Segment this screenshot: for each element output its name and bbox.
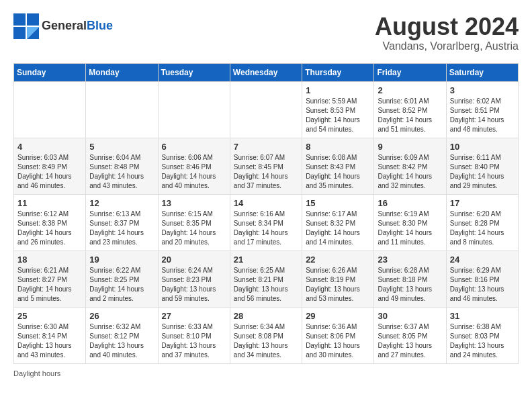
footer-note: Daylight hours bbox=[13, 369, 519, 377]
day-info: Sunrise: 6:19 AM Sunset: 8:30 PM Dayligh… bbox=[378, 210, 442, 247]
day-number: 1 bbox=[306, 85, 370, 95]
day-number: 24 bbox=[450, 255, 515, 265]
calendar-cell: 1Sunrise: 5:59 AM Sunset: 8:53 PM Daylig… bbox=[302, 81, 374, 138]
calendar-cell: 27Sunrise: 6:33 AM Sunset: 8:10 PM Dayli… bbox=[158, 307, 230, 363]
calendar-cell bbox=[158, 81, 230, 138]
col-header-monday: Monday bbox=[86, 63, 158, 81]
svg-rect-1 bbox=[27, 13, 39, 26]
calendar-cell bbox=[230, 81, 302, 138]
logo-icon bbox=[13, 13, 39, 39]
day-number: 17 bbox=[450, 198, 515, 208]
day-info: Sunrise: 6:06 AM Sunset: 8:46 PM Dayligh… bbox=[162, 153, 226, 191]
day-number: 10 bbox=[450, 142, 515, 152]
page-header: GeneralBlue August 2024 Vandans, Vorarlb… bbox=[13, 13, 519, 52]
day-number: 26 bbox=[89, 311, 154, 321]
calendar-cell: 11Sunrise: 6:12 AM Sunset: 8:38 PM Dayli… bbox=[14, 194, 86, 250]
day-number: 18 bbox=[17, 255, 82, 265]
day-number: 14 bbox=[234, 198, 298, 208]
day-info: Sunrise: 6:12 AM Sunset: 8:38 PM Dayligh… bbox=[17, 210, 82, 247]
day-number: 9 bbox=[378, 142, 442, 152]
day-info: Sunrise: 6:21 AM Sunset: 8:27 PM Dayligh… bbox=[17, 266, 82, 304]
day-number: 30 bbox=[378, 311, 442, 321]
day-number: 7 bbox=[234, 142, 298, 152]
day-number: 16 bbox=[378, 198, 442, 208]
calendar-cell: 20Sunrise: 6:24 AM Sunset: 8:23 PM Dayli… bbox=[158, 250, 230, 307]
day-number: 21 bbox=[234, 255, 298, 265]
logo-blue: Blue bbox=[87, 19, 113, 32]
calendar-cell: 30Sunrise: 6:37 AM Sunset: 8:05 PM Dayli… bbox=[374, 307, 446, 363]
day-info: Sunrise: 6:07 AM Sunset: 8:45 PM Dayligh… bbox=[234, 153, 298, 191]
calendar-week-row: 4Sunrise: 6:03 AM Sunset: 8:49 PM Daylig… bbox=[14, 138, 519, 194]
day-info: Sunrise: 6:15 AM Sunset: 8:35 PM Dayligh… bbox=[162, 210, 226, 247]
day-number: 12 bbox=[89, 198, 154, 208]
col-header-saturday: Saturday bbox=[446, 63, 518, 81]
calendar-cell: 13Sunrise: 6:15 AM Sunset: 8:35 PM Dayli… bbox=[158, 194, 230, 250]
col-header-thursday: Thursday bbox=[302, 63, 374, 81]
day-number: 29 bbox=[306, 311, 370, 321]
day-info: Sunrise: 6:33 AM Sunset: 8:10 PM Dayligh… bbox=[162, 322, 226, 360]
day-info: Sunrise: 6:28 AM Sunset: 8:18 PM Dayligh… bbox=[378, 266, 442, 304]
day-info: Sunrise: 6:37 AM Sunset: 8:05 PM Dayligh… bbox=[378, 322, 442, 360]
day-info: Sunrise: 6:20 AM Sunset: 8:28 PM Dayligh… bbox=[450, 210, 515, 247]
calendar-cell bbox=[86, 81, 158, 138]
svg-rect-2 bbox=[13, 27, 26, 39]
calendar-cell: 2Sunrise: 6:01 AM Sunset: 8:52 PM Daylig… bbox=[374, 81, 446, 138]
calendar-cell: 17Sunrise: 6:20 AM Sunset: 8:28 PM Dayli… bbox=[446, 194, 518, 250]
day-info: Sunrise: 6:22 AM Sunset: 8:25 PM Dayligh… bbox=[89, 266, 154, 304]
calendar-cell: 10Sunrise: 6:11 AM Sunset: 8:40 PM Dayli… bbox=[446, 138, 518, 194]
day-info: Sunrise: 6:16 AM Sunset: 8:34 PM Dayligh… bbox=[234, 210, 298, 247]
day-info: Sunrise: 6:30 AM Sunset: 8:14 PM Dayligh… bbox=[17, 322, 82, 360]
day-info: Sunrise: 6:09 AM Sunset: 8:42 PM Dayligh… bbox=[378, 153, 442, 191]
day-info: Sunrise: 6:36 AM Sunset: 8:06 PM Dayligh… bbox=[306, 322, 370, 360]
day-info: Sunrise: 6:29 AM Sunset: 8:16 PM Dayligh… bbox=[450, 266, 515, 304]
day-number: 23 bbox=[378, 255, 442, 265]
day-info: Sunrise: 6:38 AM Sunset: 8:03 PM Dayligh… bbox=[450, 322, 515, 360]
day-number: 15 bbox=[306, 198, 370, 208]
day-number: 20 bbox=[162, 255, 226, 265]
day-info: Sunrise: 6:08 AM Sunset: 8:43 PM Dayligh… bbox=[306, 153, 370, 191]
day-info: Sunrise: 6:17 AM Sunset: 8:32 PM Dayligh… bbox=[306, 210, 370, 247]
calendar-cell: 22Sunrise: 6:26 AM Sunset: 8:19 PM Dayli… bbox=[302, 250, 374, 307]
calendar-cell: 21Sunrise: 6:25 AM Sunset: 8:21 PM Dayli… bbox=[230, 250, 302, 307]
day-info: Sunrise: 6:04 AM Sunset: 8:48 PM Dayligh… bbox=[89, 153, 154, 191]
calendar-week-row: 25Sunrise: 6:30 AM Sunset: 8:14 PM Dayli… bbox=[14, 307, 519, 363]
calendar-cell: 24Sunrise: 6:29 AM Sunset: 8:16 PM Dayli… bbox=[446, 250, 518, 307]
day-info: Sunrise: 6:25 AM Sunset: 8:21 PM Dayligh… bbox=[234, 266, 298, 304]
day-info: Sunrise: 6:34 AM Sunset: 8:08 PM Dayligh… bbox=[234, 322, 298, 360]
calendar-cell: 3Sunrise: 6:02 AM Sunset: 8:51 PM Daylig… bbox=[446, 81, 518, 138]
day-info: Sunrise: 6:11 AM Sunset: 8:40 PM Dayligh… bbox=[450, 153, 515, 191]
col-header-sunday: Sunday bbox=[14, 63, 86, 81]
day-number: 5 bbox=[89, 142, 154, 152]
day-number: 6 bbox=[162, 142, 226, 152]
day-info: Sunrise: 6:26 AM Sunset: 8:19 PM Dayligh… bbox=[306, 266, 370, 304]
col-header-wednesday: Wednesday bbox=[230, 63, 302, 81]
day-info: Sunrise: 6:03 AM Sunset: 8:49 PM Dayligh… bbox=[17, 153, 82, 191]
day-number: 8 bbox=[306, 142, 370, 152]
day-info: Sunrise: 6:02 AM Sunset: 8:51 PM Dayligh… bbox=[450, 97, 515, 134]
logo: GeneralBlue bbox=[13, 13, 113, 39]
day-number: 11 bbox=[17, 198, 82, 208]
day-info: Sunrise: 6:13 AM Sunset: 8:37 PM Dayligh… bbox=[89, 210, 154, 247]
calendar-cell: 18Sunrise: 6:21 AM Sunset: 8:27 PM Dayli… bbox=[14, 250, 86, 307]
day-info: Sunrise: 6:01 AM Sunset: 8:52 PM Dayligh… bbox=[378, 97, 442, 134]
day-number: 22 bbox=[306, 255, 370, 265]
calendar-week-row: 18Sunrise: 6:21 AM Sunset: 8:27 PM Dayli… bbox=[14, 250, 519, 307]
calendar-week-row: 11Sunrise: 6:12 AM Sunset: 8:38 PM Dayli… bbox=[14, 194, 519, 250]
day-info: Sunrise: 6:32 AM Sunset: 8:12 PM Dayligh… bbox=[89, 322, 154, 360]
calendar-cell: 16Sunrise: 6:19 AM Sunset: 8:30 PM Dayli… bbox=[374, 194, 446, 250]
col-header-tuesday: Tuesday bbox=[158, 63, 230, 81]
svg-rect-0 bbox=[13, 13, 26, 26]
calendar-cell bbox=[14, 81, 86, 138]
day-number: 27 bbox=[162, 311, 226, 321]
day-number: 2 bbox=[378, 85, 442, 95]
day-number: 4 bbox=[17, 142, 82, 152]
day-info: Sunrise: 6:24 AM Sunset: 8:23 PM Dayligh… bbox=[162, 266, 226, 304]
day-info: Sunrise: 5:59 AM Sunset: 8:53 PM Dayligh… bbox=[306, 97, 370, 134]
day-number: 3 bbox=[450, 85, 515, 95]
calendar-cell: 19Sunrise: 6:22 AM Sunset: 8:25 PM Dayli… bbox=[86, 250, 158, 307]
calendar-cell: 5Sunrise: 6:04 AM Sunset: 8:48 PM Daylig… bbox=[86, 138, 158, 194]
calendar-cell: 4Sunrise: 6:03 AM Sunset: 8:49 PM Daylig… bbox=[14, 138, 86, 194]
calendar-cell: 8Sunrise: 6:08 AM Sunset: 8:43 PM Daylig… bbox=[302, 138, 374, 194]
title-area: August 2024 Vandans, Vorarlberg, Austria bbox=[375, 13, 519, 52]
calendar-cell: 29Sunrise: 6:36 AM Sunset: 8:06 PM Dayli… bbox=[302, 307, 374, 363]
